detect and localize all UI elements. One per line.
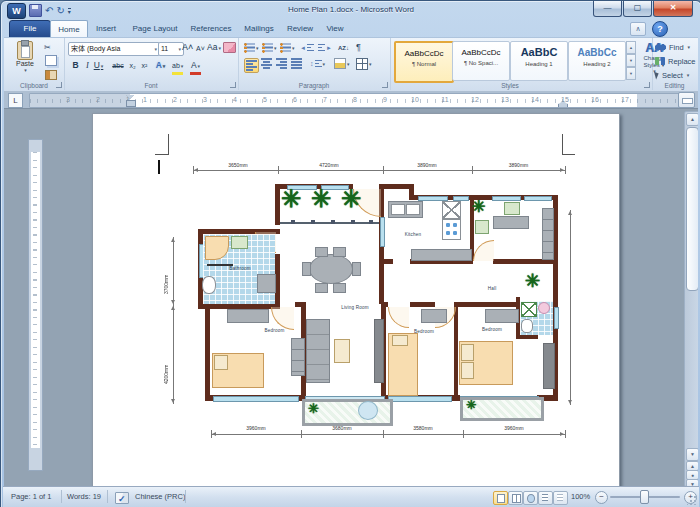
justify-button[interactable] [290, 58, 303, 69]
font-dialog-launcher[interactable] [230, 82, 236, 88]
subscript-button[interactable]: x₂ [127, 59, 138, 72]
status-bar: Page: 1 of 1 Words: 19 Chinese (PRC) 100… [3, 486, 699, 507]
zoom-slider-thumb[interactable] [640, 490, 649, 504]
paragraph-dialog-launcher[interactable] [382, 82, 388, 88]
help-icon[interactable]: ? [652, 21, 668, 37]
bold-button[interactable]: B [70, 59, 81, 72]
text-effects-button[interactable]: A [155, 59, 166, 72]
tab-stop-selector[interactable]: L [8, 93, 23, 108]
multilevel-list-button[interactable] [280, 42, 295, 53]
align-right-button[interactable] [275, 58, 288, 69]
tab-references[interactable]: References [186, 20, 236, 37]
wall [275, 184, 280, 225]
styles-gallery-more[interactable]: ▼ [626, 67, 636, 80]
style-heading2[interactable]: AaBbCc Heading 2 [568, 41, 626, 81]
minimize-button[interactable]: — [593, 1, 622, 17]
collapse-ribbon-icon[interactable]: ∧ [630, 22, 646, 36]
decrease-indent-button[interactable]: ◄ [300, 42, 314, 53]
underline-button[interactable]: U [93, 59, 104, 72]
numbering-button[interactable] [262, 42, 277, 53]
line-spacing-button[interactable]: ↕ [310, 58, 325, 69]
indent-markers[interactable] [126, 95, 135, 106]
vertical-scrollbar[interactable]: ▲ ▼ ▲ ● ▼ [684, 111, 698, 487]
group-styles: AaBbCcDc ¶ Normal AaBbCcDc ¶ No Spaci...… [390, 38, 653, 90]
proofing-status-icon[interactable] [115, 492, 129, 504]
ruler-number: 7 [323, 96, 327, 103]
align-left-button[interactable] [244, 58, 259, 73]
replace-button[interactable]: Replace [655, 55, 696, 67]
word-count[interactable]: Words: 19 [67, 487, 101, 506]
web-layout-view-button[interactable] [523, 491, 538, 505]
tab-page-layout[interactable]: Page Layout [126, 20, 184, 37]
styles-dialog-launcher[interactable] [644, 82, 650, 88]
redo-icon[interactable]: ↻ [56, 5, 64, 17]
style-normal[interactable]: AaBbCcDc ¶ Normal [394, 41, 454, 83]
find-icon [655, 43, 666, 51]
scroll-down-icon[interactable]: ▼ [686, 448, 698, 461]
vertical-ruler[interactable] [28, 139, 43, 471]
sort-button[interactable]: AZ↓ [338, 42, 349, 53]
superscript-button[interactable]: x² [139, 59, 150, 72]
scroll-up-icon[interactable]: ▲ [686, 113, 698, 126]
word-logo-icon[interactable]: W [7, 3, 26, 19]
cut-button[interactable]: ✂ [44, 42, 51, 53]
tab-review[interactable]: Review [282, 20, 318, 37]
font-name-combo[interactable]: ▾宋体 (Body Asia [68, 42, 160, 56]
resize-grip[interactable] [687, 495, 697, 505]
language-indicator[interactable]: Chinese (PRC) [135, 487, 185, 506]
bullets-button[interactable] [244, 42, 259, 53]
tab-mailings[interactable]: Mailings [238, 20, 280, 37]
close-button[interactable]: ✕ [653, 1, 693, 17]
zoom-out-icon[interactable]: − [595, 491, 608, 504]
pillow [214, 355, 228, 370]
print-layout-view-button[interactable] [493, 491, 508, 505]
pillow [461, 362, 474, 379]
grow-font-button[interactable]: A˄ [182, 41, 193, 54]
draft-view-button[interactable] [553, 491, 568, 505]
horizontal-ruler[interactable]: 3211234567891011121314151617 [29, 93, 683, 108]
font-color-button[interactable]: A [190, 59, 201, 75]
chair [333, 283, 346, 293]
copy-button[interactable] [45, 55, 57, 66]
page-indicator[interactable]: Page: 1 of 1 [11, 487, 51, 506]
format-painter-button[interactable] [45, 70, 57, 80]
style-heading1[interactable]: AaBbC Heading 1 [510, 41, 568, 81]
font-size-value: 11 [161, 45, 168, 52]
shrink-font-button[interactable]: A˅ [195, 42, 206, 55]
strikethrough-button[interactable]: abc [111, 59, 125, 72]
document-page[interactable]: 3650mm 4720mm 3890mm 3890mm 3960mm 3680m… [92, 113, 620, 487]
increase-indent-button[interactable]: ► [318, 42, 332, 53]
highlight-button[interactable]: ab [172, 59, 183, 75]
clipboard-dialog-launcher[interactable] [56, 82, 62, 88]
qat-dropdown-icon[interactable]: ▾ [68, 8, 71, 16]
select-button[interactable]: Select [655, 69, 689, 81]
zoom-level[interactable]: 100% [571, 487, 590, 506]
styles-scroll-down[interactable]: ▼ [626, 54, 636, 67]
shading-button[interactable] [334, 58, 350, 69]
tab-insert[interactable]: Insert [88, 20, 124, 37]
font-size-combo[interactable]: ▾11 [158, 42, 184, 56]
outline-view-button[interactable] [538, 491, 553, 505]
change-case-button[interactable]: Aa [207, 41, 221, 54]
align-center-button[interactable] [260, 58, 273, 69]
maximize-button[interactable]: ▢ [623, 1, 652, 17]
show-hide-pilcrow-button[interactable]: ¶ [356, 41, 361, 52]
ruler-number: 3 [66, 96, 70, 103]
dim-tick [193, 166, 194, 174]
view-ruler-toggle[interactable] [678, 92, 695, 108]
save-icon[interactable] [29, 4, 42, 17]
floor-plan[interactable]: 3650mm 4720mm 3890mm 3890mm 3960mm 3680m… [155, 132, 575, 447]
scrollbar-thumb[interactable] [686, 127, 698, 291]
borders-button[interactable] [356, 58, 372, 69]
tab-home[interactable]: Home [50, 20, 88, 38]
style-no-spacing[interactable]: AaBbCcDc ¶ No Spaci... [452, 41, 510, 81]
line-spacing-icon [315, 60, 322, 67]
paste-button[interactable]: Paste [10, 41, 40, 73]
styles-scroll-up[interactable]: ▲ [626, 41, 636, 54]
clear-formatting-button[interactable] [223, 42, 236, 53]
fullscreen-reading-view-button[interactable] [508, 491, 523, 505]
find-button[interactable]: Find [655, 41, 690, 53]
tab-view[interactable]: View [320, 20, 350, 37]
undo-icon[interactable]: ↶ [45, 5, 53, 17]
italic-button[interactable]: I [82, 59, 93, 72]
